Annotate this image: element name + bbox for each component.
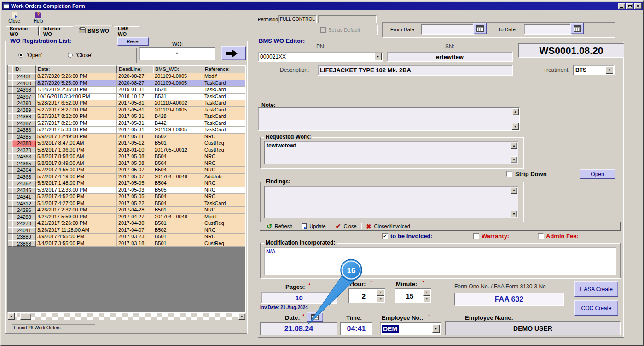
row-header[interactable] (8, 194, 12, 200)
cell-bms-wo[interactable]: 201110-A0002 (153, 100, 203, 107)
spin-up-icon[interactable]: ▲ (423, 289, 430, 296)
cell-id[interactable]: 24400 (12, 80, 36, 87)
cell-id[interactable]: 24387 (12, 120, 36, 127)
row-header[interactable] (8, 80, 12, 87)
cell-deadline[interactable]: 2017-04-28 (117, 207, 153, 214)
spin-up-icon[interactable]: ▲ (377, 289, 384, 296)
table-row[interactable]: 243655/8/2017 8:49:00 AM2017-05-08B504NR… (8, 160, 245, 167)
row-header[interactable] (8, 147, 12, 154)
cell-id[interactable]: 24389 (12, 107, 36, 114)
cell-reference[interactable]: TaskCard (203, 94, 245, 100)
cell-id[interactable]: 24385 (12, 134, 36, 141)
cell-deadline[interactable]: 2017-05-07 (117, 167, 153, 174)
cell-date[interactable]: 5/7/2017 4:55:00 PM (36, 167, 117, 174)
refresh-action[interactable]: ↺ Refresh (262, 222, 297, 230)
pages-input[interactable]: 10 (261, 292, 337, 304)
set-as-default-checkbox[interactable] (320, 27, 326, 33)
cell-reference[interactable]: TaskCard (203, 127, 245, 134)
cell-deadline[interactable]: 2017-05-31 (117, 127, 153, 134)
row-header[interactable] (8, 120, 12, 127)
cell-bms-wo[interactable]: B502 (153, 227, 203, 234)
cell-date[interactable]: 8/27/2020 5:26:00 PM (36, 73, 117, 80)
cell-date[interactable]: 5/2/2017 4:52:00 PM (36, 194, 117, 200)
cell-reference[interactable]: NRC (203, 187, 245, 194)
cell-date[interactable]: 5/21/2017 5:33:00 PM (36, 127, 117, 134)
to-be-invoiced-checkbox[interactable]: ✓ (382, 233, 388, 239)
cell-id[interactable]: 24345 (12, 187, 36, 194)
minute-stepper[interactable]: 15 ▲ ▼ (395, 288, 431, 303)
cell-id[interactable]: 24380 (12, 140, 36, 147)
close-button[interactable]: Close (4, 11, 25, 24)
cell-bms-wo[interactable]: B504 (153, 167, 203, 174)
scroll-left-button[interactable]: ◄ (8, 313, 15, 320)
table-row[interactable]: 238893/9/2017 4:55:00 PM2017-03-23B501NR… (8, 234, 245, 240)
cell-reference[interactable]: TaskCard (203, 107, 245, 114)
cell-reference[interactable]: NRC (203, 134, 245, 141)
employee-no-combobox[interactable]: DEM ▼ (380, 322, 441, 335)
pn-combobox[interactable]: 000021XX ▼ (258, 52, 383, 62)
cell-date[interactable]: 5/1/2017 4:27:00 PM (36, 200, 117, 207)
row-header[interactable] (8, 187, 12, 194)
row-header[interactable] (8, 140, 12, 147)
cell-deadline[interactable]: 2020-08-27 (117, 73, 153, 80)
cell-reference[interactable]: TaskCard (203, 100, 245, 107)
table-row[interactable]: 243885/27/2017 8:22:00 PM2017-05-31B428T… (8, 113, 245, 120)
cell-date[interactable]: 3/26/2017 11:28:00 AM (36, 227, 117, 234)
go-arrow-button[interactable] (221, 46, 246, 60)
help-button[interactable]: Help (28, 11, 49, 24)
cell-deadline[interactable]: 2017-05-31 (117, 120, 153, 127)
cell-id[interactable]: 24341 (12, 194, 36, 200)
cell-id[interactable]: 24363 (12, 174, 36, 181)
cell-id[interactable]: 23889 (12, 234, 36, 240)
tab-bms-wo[interactable]: BMS WO (75, 25, 113, 36)
cell-date[interactable]: 1/14/2019 2:35:00 PM (36, 87, 117, 94)
scroll-up-button[interactable]: ▲ (511, 187, 517, 194)
cell-deadline[interactable]: 2017-04-07 (117, 227, 153, 234)
scroll-up-button[interactable]: ▲ (511, 142, 517, 149)
cell-reference[interactable]: TaskCard (203, 80, 245, 87)
cell-deadline[interactable]: 2017-05-05 (117, 180, 153, 187)
row-header[interactable] (8, 207, 12, 214)
cell-bms-wo[interactable]: B428 (153, 113, 203, 120)
cell-reference[interactable]: TaskCard (203, 120, 245, 127)
table-row[interactable]: 243875/27/2017 8:21:00 PM2017-05-31B442T… (8, 120, 245, 127)
cell-id[interactable]: 24296 (12, 207, 36, 214)
reset-button[interactable]: Reset (117, 37, 149, 46)
cell-reference[interactable]: TaskCard (203, 87, 245, 94)
to-date-calendar-button[interactable] (570, 23, 584, 34)
row-header[interactable] (8, 160, 12, 167)
cell-bms-wo[interactable]: B504 (153, 160, 203, 167)
table-row[interactable]: 243415/2/2017 4:52:00 PM2017-05-05B504NR… (8, 194, 245, 200)
cell-deadline[interactable]: 2018-10-17 (117, 94, 153, 100)
table-row[interactable]: 242964/26/2017 2:32:00 PM2017-04-28B501N… (8, 207, 245, 214)
cell-date[interactable]: 5/27/2017 8:22:00 PM (36, 113, 117, 120)
cell-bms-wo[interactable]: B505 (153, 187, 203, 194)
cell-date[interactable]: 3/9/2017 4:55:00 PM (36, 234, 117, 240)
table-row[interactable]: 243865/21/2017 5:33:00 PM2017-05-3120110… (8, 127, 245, 134)
note-textarea[interactable]: ▲ ▼ (258, 107, 520, 131)
to-date-input[interactable] (524, 24, 572, 35)
row-header[interactable] (8, 214, 12, 221)
cell-deadline[interactable]: 2017-03-18 (117, 240, 153, 247)
cell-reference[interactable]: TaskCard (203, 113, 245, 120)
tab-lms-wo[interactable]: LMS WO (114, 26, 140, 36)
cell-id[interactable]: 24288 (12, 214, 36, 221)
close-action[interactable]: ✔ Close (331, 222, 361, 230)
time-input[interactable]: 04:41 (340, 322, 372, 335)
cell-bms-wo[interactable]: 201704-L0048 (153, 214, 203, 221)
close-window-button[interactable]: × (634, 3, 642, 9)
tab-interior-wo[interactable]: Interior WO (39, 26, 74, 36)
admin-fee-checkbox[interactable] (538, 233, 544, 239)
tab-service-wo[interactable]: Service WO (6, 26, 39, 36)
cell-reference[interactable]: Modif (203, 214, 245, 221)
cell-date[interactable]: 5/9/2017 8:47:00 AM (36, 140, 117, 147)
cell-deadline[interactable]: 2019-01-31 (117, 87, 153, 94)
row-header[interactable] (8, 227, 12, 234)
cell-reference[interactable]: NRC (203, 234, 245, 240)
row-header[interactable] (8, 113, 12, 120)
cell-bms-wo[interactable]: 201109-L0005 (153, 80, 203, 87)
table-row[interactable]: 243635/7/2017 4:19:00 PM2017-05-07201704… (8, 174, 245, 181)
cell-id[interactable]: 24270 (12, 220, 36, 227)
cell-bms-wo[interactable]: B502 (153, 134, 203, 141)
coc-create-button[interactable]: COC Create (574, 300, 618, 316)
